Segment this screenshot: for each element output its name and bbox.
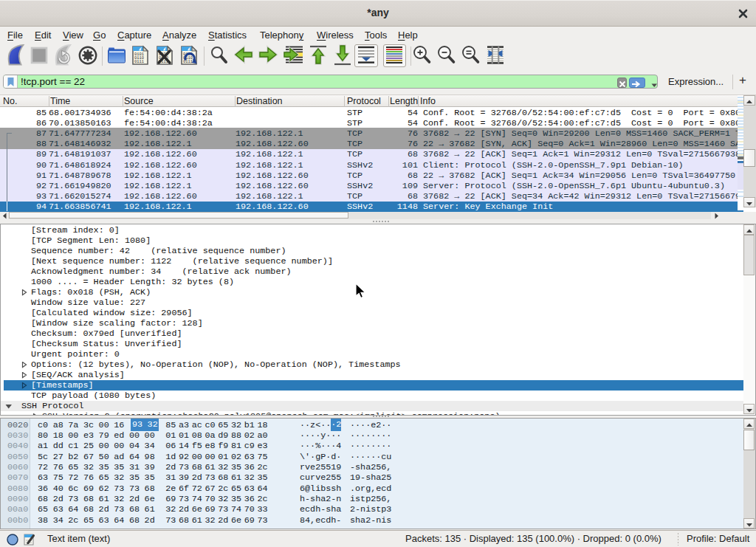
svg-text:0111: 0111 bbox=[134, 60, 144, 64]
svg-text:0111: 0111 bbox=[183, 60, 193, 64]
